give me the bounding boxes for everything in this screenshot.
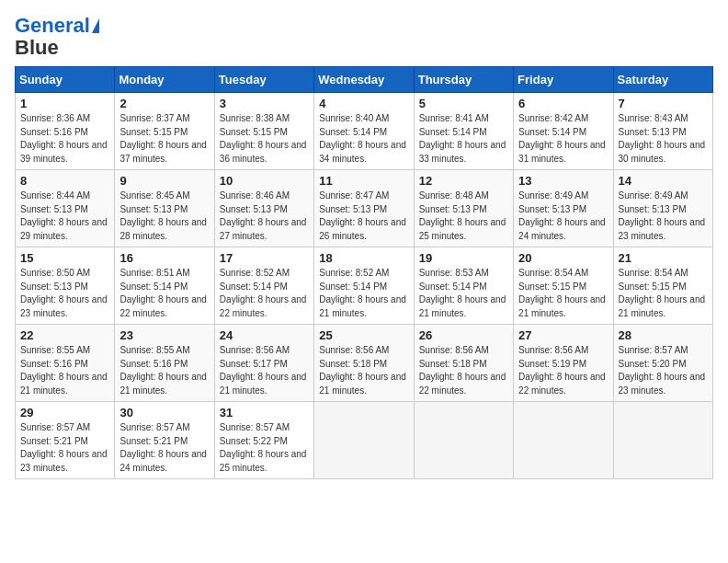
- calendar-cell: 28Sunrise: 8:57 AMSunset: 5:20 PMDayligh…: [613, 325, 712, 402]
- day-info: Sunrise: 8:38 AMSunset: 5:15 PMDaylight:…: [220, 112, 309, 166]
- calendar-cell: 22Sunrise: 8:55 AMSunset: 5:16 PMDayligh…: [16, 325, 115, 402]
- day-info: Sunrise: 8:42 AMSunset: 5:14 PMDaylight:…: [518, 112, 608, 166]
- day-info: Sunrise: 8:41 AMSunset: 5:14 PMDaylight:…: [419, 112, 508, 166]
- day-number: 20: [518, 251, 608, 265]
- calendar-cell: 7Sunrise: 8:43 AMSunset: 5:13 PMDaylight…: [613, 93, 712, 170]
- day-number: 28: [619, 328, 708, 342]
- day-number: 19: [419, 251, 508, 265]
- week-row-3: 15Sunrise: 8:50 AMSunset: 5:13 PMDayligh…: [16, 247, 713, 325]
- day-info: Sunrise: 8:57 AMSunset: 5:20 PMDaylight:…: [619, 344, 708, 397]
- day-info: Sunrise: 8:56 AMSunset: 5:18 PMDaylight:…: [419, 344, 508, 397]
- calendar-cell: 25Sunrise: 8:56 AMSunset: 5:18 PMDayligh…: [314, 325, 414, 402]
- day-number: 24: [220, 328, 309, 342]
- calendar-cell: 31Sunrise: 8:57 AMSunset: 5:22 PMDayligh…: [214, 402, 313, 479]
- header: General Blue: [15, 15, 713, 59]
- day-info: Sunrise: 8:56 AMSunset: 5:19 PMDaylight:…: [518, 344, 608, 397]
- day-info: Sunrise: 8:54 AMSunset: 5:15 PMDaylight:…: [619, 267, 708, 320]
- col-header-tuesday: Tuesday: [214, 67, 313, 93]
- day-number: 27: [518, 328, 608, 342]
- day-info: Sunrise: 8:55 AMSunset: 5:16 PMDaylight:…: [119, 344, 209, 397]
- day-info: Sunrise: 8:49 AMSunset: 5:13 PMDaylight:…: [619, 190, 708, 243]
- week-row-4: 22Sunrise: 8:55 AMSunset: 5:16 PMDayligh…: [16, 325, 713, 402]
- day-number: 25: [319, 328, 408, 342]
- day-info: Sunrise: 8:56 AMSunset: 5:17 PMDaylight:…: [220, 344, 309, 397]
- calendar-cell: 13Sunrise: 8:49 AMSunset: 5:13 PMDayligh…: [514, 170, 613, 247]
- header-row: SundayMondayTuesdayWednesdayThursdayFrid…: [16, 67, 713, 93]
- day-info: Sunrise: 8:53 AMSunset: 5:14 PMDaylight:…: [419, 267, 508, 320]
- calendar-cell: 20Sunrise: 8:54 AMSunset: 5:15 PMDayligh…: [514, 247, 613, 325]
- day-number: 11: [319, 174, 408, 188]
- col-header-monday: Monday: [115, 67, 214, 93]
- calendar-cell: 5Sunrise: 8:41 AMSunset: 5:14 PMDaylight…: [414, 93, 513, 170]
- day-info: Sunrise: 8:51 AMSunset: 5:14 PMDaylight:…: [119, 267, 209, 320]
- calendar-cell: [514, 402, 613, 479]
- col-header-saturday: Saturday: [613, 67, 712, 93]
- calendar-cell: 6Sunrise: 8:42 AMSunset: 5:14 PMDaylight…: [514, 93, 613, 170]
- calendar-cell: 16Sunrise: 8:51 AMSunset: 5:14 PMDayligh…: [115, 247, 214, 325]
- day-number: 3: [220, 97, 309, 110]
- logo-text: General: [15, 15, 90, 37]
- day-info: Sunrise: 8:57 AMSunset: 5:22 PMDaylight:…: [220, 421, 309, 475]
- day-number: 9: [119, 174, 209, 188]
- day-info: Sunrise: 8:36 AMSunset: 5:16 PMDaylight:…: [20, 112, 109, 166]
- day-number: 15: [20, 251, 109, 265]
- day-info: Sunrise: 8:40 AMSunset: 5:14 PMDaylight:…: [319, 112, 408, 166]
- calendar-cell: 17Sunrise: 8:52 AMSunset: 5:14 PMDayligh…: [214, 247, 313, 325]
- calendar-cell: [314, 402, 414, 479]
- calendar-cell: 9Sunrise: 8:45 AMSunset: 5:13 PMDaylight…: [115, 170, 214, 247]
- calendar-cell: 3Sunrise: 8:38 AMSunset: 5:15 PMDaylight…: [214, 93, 313, 170]
- calendar-table: SundayMondayTuesdayWednesdayThursdayFrid…: [15, 66, 713, 479]
- day-info: Sunrise: 8:48 AMSunset: 5:13 PMDaylight:…: [419, 190, 508, 243]
- calendar-cell: 2Sunrise: 8:37 AMSunset: 5:15 PMDaylight…: [115, 93, 214, 170]
- day-number: 7: [619, 97, 708, 110]
- day-number: 16: [119, 251, 209, 265]
- day-info: Sunrise: 8:56 AMSunset: 5:18 PMDaylight:…: [319, 344, 408, 397]
- calendar-cell: 19Sunrise: 8:53 AMSunset: 5:14 PMDayligh…: [414, 247, 513, 325]
- day-number: 6: [518, 97, 608, 110]
- day-info: Sunrise: 8:44 AMSunset: 5:13 PMDaylight:…: [20, 190, 109, 243]
- calendar-cell: 18Sunrise: 8:52 AMSunset: 5:14 PMDayligh…: [314, 247, 414, 325]
- calendar-cell: 4Sunrise: 8:40 AMSunset: 5:14 PMDaylight…: [314, 93, 414, 170]
- day-info: Sunrise: 8:55 AMSunset: 5:16 PMDaylight:…: [20, 344, 109, 397]
- calendar-cell: 30Sunrise: 8:57 AMSunset: 5:21 PMDayligh…: [115, 402, 214, 479]
- calendar-cell: 14Sunrise: 8:49 AMSunset: 5:13 PMDayligh…: [613, 170, 712, 247]
- day-number: 22: [20, 328, 109, 342]
- day-info: Sunrise: 8:57 AMSunset: 5:21 PMDaylight:…: [119, 421, 209, 475]
- calendar-cell: 26Sunrise: 8:56 AMSunset: 5:18 PMDayligh…: [414, 325, 513, 402]
- calendar-cell: 12Sunrise: 8:48 AMSunset: 5:13 PMDayligh…: [414, 170, 513, 247]
- col-header-thursday: Thursday: [414, 67, 513, 93]
- day-number: 1: [20, 97, 109, 110]
- day-info: Sunrise: 8:37 AMSunset: 5:15 PMDaylight:…: [119, 112, 209, 166]
- col-header-sunday: Sunday: [16, 67, 115, 93]
- calendar-cell: 24Sunrise: 8:56 AMSunset: 5:17 PMDayligh…: [214, 325, 313, 402]
- day-info: Sunrise: 8:52 AMSunset: 5:14 PMDaylight:…: [319, 267, 408, 320]
- col-header-friday: Friday: [514, 67, 613, 93]
- day-number: 8: [20, 174, 109, 188]
- col-header-wednesday: Wednesday: [314, 67, 414, 93]
- day-number: 2: [119, 97, 209, 110]
- calendar-cell: 21Sunrise: 8:54 AMSunset: 5:15 PMDayligh…: [613, 247, 712, 325]
- day-info: Sunrise: 8:46 AMSunset: 5:13 PMDaylight:…: [220, 190, 309, 243]
- calendar-cell: 8Sunrise: 8:44 AMSunset: 5:13 PMDaylight…: [16, 170, 115, 247]
- logo-subtext: Blue: [15, 37, 59, 59]
- calendar-cell: 1Sunrise: 8:36 AMSunset: 5:16 PMDaylight…: [16, 93, 115, 170]
- week-row-5: 29Sunrise: 8:57 AMSunset: 5:21 PMDayligh…: [16, 402, 713, 479]
- day-number: 21: [619, 251, 708, 265]
- day-number: 4: [319, 97, 408, 110]
- day-info: Sunrise: 8:49 AMSunset: 5:13 PMDaylight:…: [518, 190, 608, 243]
- calendar-cell: 15Sunrise: 8:50 AMSunset: 5:13 PMDayligh…: [16, 247, 115, 325]
- day-info: Sunrise: 8:57 AMSunset: 5:21 PMDaylight:…: [20, 421, 109, 475]
- day-number: 5: [419, 97, 508, 110]
- day-number: 29: [20, 406, 109, 419]
- calendar-cell: 10Sunrise: 8:46 AMSunset: 5:13 PMDayligh…: [214, 170, 313, 247]
- day-number: 31: [220, 406, 309, 419]
- calendar-cell: 23Sunrise: 8:55 AMSunset: 5:16 PMDayligh…: [115, 325, 214, 402]
- week-row-2: 8Sunrise: 8:44 AMSunset: 5:13 PMDaylight…: [16, 170, 713, 247]
- calendar-cell: [613, 402, 712, 479]
- calendar-cell: 29Sunrise: 8:57 AMSunset: 5:21 PMDayligh…: [16, 402, 115, 479]
- day-number: 10: [220, 174, 309, 188]
- day-number: 23: [119, 328, 209, 342]
- logo-arrow-icon: [92, 18, 99, 33]
- day-info: Sunrise: 8:43 AMSunset: 5:13 PMDaylight:…: [619, 112, 708, 166]
- day-number: 17: [220, 251, 309, 265]
